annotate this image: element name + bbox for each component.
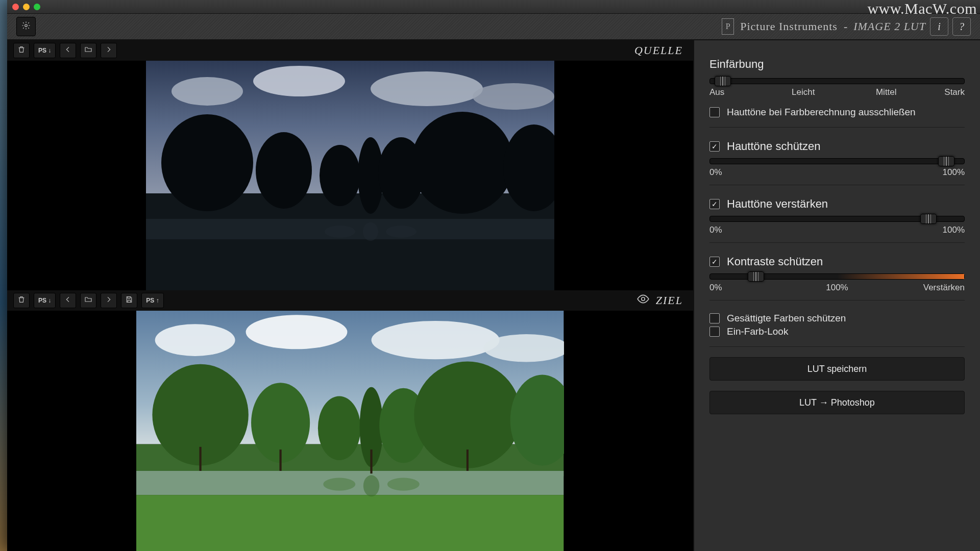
- info-button[interactable]: i: [930, 17, 948, 36]
- protect-skin-checkbox[interactable]: [709, 141, 720, 152]
- save-lut-button[interactable]: LUT speichern: [709, 357, 965, 381]
- traffic-lights: [12, 4, 40, 10]
- protect-skin-group: Hauttöne schützen 0% 100%: [709, 131, 965, 185]
- tint-slider[interactable]: [709, 78, 965, 84]
- svg-point-4: [371, 71, 483, 106]
- svg-point-18: [642, 297, 645, 301]
- target-open-button[interactable]: [80, 293, 96, 308]
- brand: P Picture Instruments - image 2 lut: [722, 18, 926, 35]
- extra-options-group: Gesättigte Farben schützen Ein-Farb-Look: [709, 304, 965, 347]
- tint-label-off: Aus: [709, 87, 762, 97]
- boost-skin-checkbox[interactable]: [709, 199, 720, 209]
- source-title: Quelle: [634, 44, 683, 57]
- source-image: [7, 61, 693, 290]
- source-landscape-illustration: [146, 61, 554, 290]
- trash-icon: [17, 45, 26, 56]
- tint-label-mid: Mittel: [829, 87, 913, 97]
- contrast-slider[interactable]: [709, 273, 965, 280]
- viewer-column: PS ↓ Quelle: [7, 40, 693, 551]
- protect-skin-labels: 0% 100%: [709, 167, 965, 178]
- folder-icon: [84, 295, 92, 306]
- settings-button[interactable]: [16, 17, 36, 36]
- svg-point-9: [256, 132, 312, 209]
- slider-thumb-icon[interactable]: [748, 271, 764, 282]
- main-toolbar: P Picture Instruments - image 2 lut i ?: [7, 14, 980, 40]
- sidebar: Einfärbung Aus Leicht Mittel Stark Hautt…: [693, 40, 980, 551]
- tint-title: Einfärbung: [709, 58, 965, 71]
- boost-skin-slider[interactable]: [709, 216, 965, 222]
- boost-skin-group: Hauttöne verstärken 0% 100%: [709, 188, 965, 243]
- contrast-group: Kontraste schützen 0% 100% Verstärken: [709, 246, 965, 300]
- contrast-mid: 100%: [826, 283, 848, 293]
- source-open-button[interactable]: [80, 43, 96, 58]
- protect-saturated-checkbox[interactable]: [709, 313, 720, 323]
- svg-rect-26: [136, 495, 564, 551]
- help-button[interactable]: ?: [952, 17, 971, 36]
- folder-icon: [84, 45, 92, 56]
- main-area: PS ↓ Quelle: [7, 40, 980, 551]
- target-prev-button[interactable]: [60, 293, 76, 308]
- target-title: Ziel: [656, 294, 683, 307]
- contrast-title: Kontraste schützen: [727, 255, 823, 268]
- svg-point-40: [387, 478, 420, 491]
- protect-skin-slider[interactable]: [709, 158, 965, 164]
- titlebar: www.MacW.com: [7, 0, 980, 14]
- exclude-skintones-label: Hauttöne bei Farbberechnung ausschließen: [727, 107, 916, 118]
- target-to-photoshop-button[interactable]: PS ↑: [141, 293, 163, 308]
- brand-logo-icon: P: [722, 18, 734, 35]
- brand-name: Picture Instruments: [740, 20, 838, 33]
- one-color-look-checkbox[interactable]: [709, 327, 720, 337]
- brand-sep: -: [844, 20, 847, 33]
- slider-thumb-icon[interactable]: [920, 214, 937, 224]
- svg-point-5: [473, 83, 554, 110]
- lut-to-photoshop-button[interactable]: LUT → Photoshop: [709, 391, 965, 414]
- svg-point-2: [172, 77, 243, 106]
- svg-point-8: [161, 114, 253, 211]
- source-clear-button[interactable]: [13, 43, 30, 58]
- save-icon: [125, 295, 133, 306]
- contrast-labels: 0% 100% Verstärken: [709, 283, 965, 293]
- target-landscape-illustration: [136, 311, 564, 551]
- slider-thumb-icon[interactable]: [715, 76, 731, 86]
- svg-point-3: [253, 66, 345, 96]
- boost-skin-title: Hauttöne verstärken: [727, 197, 828, 211]
- protect-skin-title: Hauttöne schützen: [727, 140, 820, 153]
- close-window-button[interactable]: [12, 4, 19, 10]
- contrast-checkbox[interactable]: [709, 257, 720, 267]
- svg-point-17: [386, 226, 416, 238]
- minimize-window-button[interactable]: [23, 4, 30, 10]
- protect-saturated-label: Gesättigte Farben schützen: [727, 313, 846, 324]
- target-next-button[interactable]: [101, 293, 117, 308]
- slider-thumb-icon[interactable]: [938, 156, 954, 166]
- boost-skin-min: 0%: [709, 225, 722, 235]
- svg-point-13: [411, 112, 513, 214]
- tint-label-light: Leicht: [762, 87, 830, 97]
- source-next-button[interactable]: [101, 43, 117, 58]
- boost-skin-labels: 0% 100%: [709, 225, 965, 235]
- svg-point-10: [320, 145, 360, 206]
- protect-skin-min: 0%: [709, 167, 722, 178]
- target-from-photoshop-button[interactable]: PS ↓: [34, 293, 56, 308]
- target-save-button[interactable]: [121, 293, 137, 308]
- boost-skin-max: 100%: [943, 225, 965, 235]
- tint-slider-labels: Aus Leicht Mittel Stark: [709, 87, 965, 97]
- source-from-photoshop-button[interactable]: PS ↓: [34, 43, 56, 58]
- svg-point-21: [246, 315, 348, 349]
- source-toolbar: PS ↓ Quelle: [7, 40, 693, 61]
- exclude-skintones-checkbox[interactable]: [709, 107, 720, 117]
- target-clear-button[interactable]: [13, 293, 30, 308]
- preview-toggle-button[interactable]: [636, 292, 650, 309]
- contrast-max: Verstärken: [923, 283, 965, 293]
- source-prev-button[interactable]: [60, 43, 76, 58]
- one-color-look-label: Ein-Farb-Look: [727, 326, 788, 337]
- brand-product: image 2 lut: [853, 20, 926, 33]
- tint-group: Einfärbung Aus Leicht Mittel Stark Hautt…: [709, 51, 965, 128]
- svg-point-0: [25, 24, 28, 27]
- protect-skin-max: 100%: [943, 167, 965, 178]
- maximize-window-button[interactable]: [34, 4, 40, 10]
- svg-point-16: [363, 222, 378, 241]
- app-window: www.MacW.com P Picture Instruments - ima…: [7, 0, 980, 551]
- svg-point-29: [318, 396, 361, 460]
- svg-point-15: [325, 226, 355, 238]
- chevron-left-icon: [64, 295, 72, 306]
